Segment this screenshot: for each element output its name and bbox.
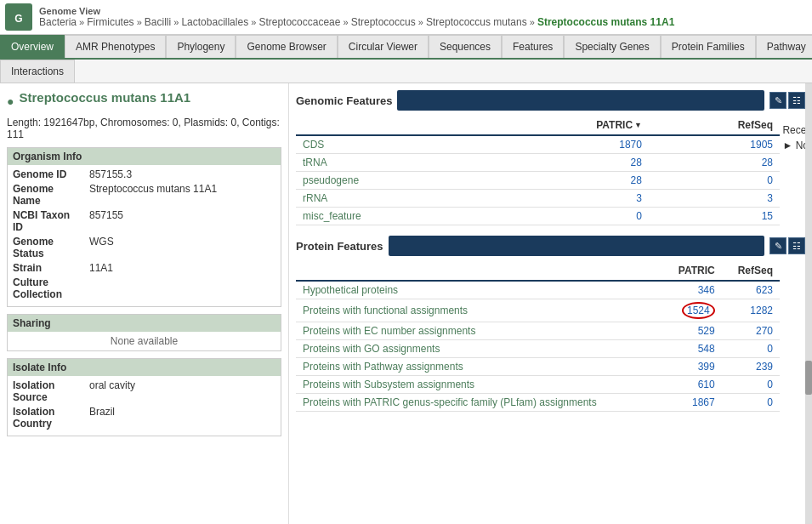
table-icon[interactable]: ☷ [788,92,805,109]
chart-icon[interactable]: ✎ [769,92,786,109]
header-text: Genome View Bacteria » Firmicutes » Baci… [39,6,674,28]
tab-amr-phenotypes[interactable]: AMR Phenotypes [65,35,166,58]
protein-go[interactable]: Proteins with GO assignments [296,340,662,358]
patric-pseudogene[interactable]: 28 [489,172,648,190]
tab-genome-browser[interactable]: Genome Browser [236,35,337,58]
isolate-info-box: Isolate Info IsolationSource oral cavity… [7,358,281,436]
table-row: Proteins with GO assignments 548 0 [296,340,780,358]
refseq-trna[interactable]: 28 [649,154,780,172]
patric-cds[interactable]: 1870 [489,135,648,154]
app-header: G Genome View Bacteria » Firmicutes » Ba… [0,0,812,35]
organism-header: ● Streptococcus mutans 11A1 [7,90,281,111]
tab-overview[interactable]: Overview [0,35,65,58]
refseq-go[interactable]: 0 [722,340,780,358]
genomic-features-bar [397,90,764,111]
col-feature-name [296,116,489,135]
field-ncbi-taxon: NCBI TaxonID 857155 [13,209,275,233]
patric-functional[interactable]: 1524 [662,299,722,322]
protein-plfam[interactable]: Proteins with PATRIC genus-specific fami… [296,394,662,412]
table-row: Hypothetical proteins 346 623 [296,281,780,299]
sort-icon[interactable]: ▼ [634,121,642,129]
field-genome-name: GenomeName Streptococcus mutans 11A1 [13,183,275,207]
protein-ec[interactable]: Proteins with EC number assignments [296,322,662,340]
app-title: Genome View [39,6,674,16]
feature-rrna[interactable]: rRNA [296,190,489,208]
refseq-ec[interactable]: 270 [722,322,780,340]
protein-features-title: Protein Features [296,240,383,253]
refseq-misc[interactable]: 15 [649,208,780,225]
patric-subsystem[interactable]: 610 [662,376,722,394]
refseq-plfam[interactable]: 0 [722,394,780,412]
protein-hypothetical[interactable]: Hypothetical proteins [296,281,662,299]
protein-chart-icon[interactable]: ✎ [769,237,786,254]
value-isolation-source: oral cavity [89,379,135,403]
patric-trna[interactable]: 28 [489,154,648,172]
protein-features-table: PATRIC RefSeq Hypothetical proteins 346 … [296,261,780,412]
breadcrumb-firmicutes[interactable]: Firmicutes [87,16,133,28]
tab-interactions[interactable]: Interactions [0,60,75,83]
col-protein-refseq: RefSeq [722,261,780,281]
feature-misc[interactable]: misc_feature [296,208,489,225]
label-genome-status: GenomeStatus [13,236,89,259]
tab-pathway[interactable]: Pathway [756,35,812,58]
patric-pathway[interactable]: 399 [662,358,722,376]
table-row: Proteins with functional assignments 152… [296,299,780,322]
breadcrumb-current: Streptococcus mutans 11A1 [537,16,674,28]
protein-features-icons: ✎ ☷ [769,237,805,254]
breadcrumb-streptococcus[interactable]: Streptococcus [351,16,416,28]
tab-phylogeny[interactable]: Phylogeny [166,35,236,58]
sharing-content: None available [8,332,281,350]
protein-functional[interactable]: Proteins with functional assignments [296,299,662,322]
organism-info-header: Organism Info [8,148,281,165]
organism-length-info: Length: 1921647bp, Chromosomes: 0, Plasm… [7,117,281,140]
label-genome-id: Genome ID [13,168,89,180]
tab-specialty-genes[interactable]: Specialty Genes [564,35,660,58]
table-row: Proteins with PATRIC genus-specific fami… [296,394,780,412]
refseq-functional[interactable]: 1282 [722,299,780,322]
patric-hypothetical[interactable]: 346 [662,281,722,299]
table-row: rRNA 3 3 [296,190,780,208]
refseq-pathway[interactable]: 239 [722,358,780,376]
breadcrumb-lactobacillales[interactable]: Lactobacillales [181,16,248,28]
table-row: Proteins with EC number assignments 529 … [296,322,780,340]
patric-rrna[interactable]: 3 [489,190,648,208]
patric-ec[interactable]: 529 [662,322,722,340]
tab-circular-viewer[interactable]: Circular Viewer [338,35,429,58]
label-ncbi-taxon: NCBI TaxonID [13,209,89,233]
tab-protein-families[interactable]: Protein Families [661,35,756,58]
patric-plfam[interactable]: 1867 [662,394,722,412]
breadcrumb-bacteria[interactable]: Bacteria [39,16,77,28]
feature-pseudogene[interactable]: pseudogene [296,172,489,190]
genomic-features-title: Genomic Features [296,94,392,107]
breadcrumb-bacilli[interactable]: Bacilli [145,16,171,28]
refseq-cds[interactable]: 1905 [649,135,780,154]
patric-misc[interactable]: 0 [489,208,648,225]
refseq-hypothetical[interactable]: 623 [722,281,780,299]
protein-pathway[interactable]: Proteins with Pathway assignments [296,358,662,376]
app-logo: G [5,3,32,31]
feature-trna[interactable]: tRNA [296,154,489,172]
label-isolation-source: IsolationSource [13,379,89,403]
refseq-rrna[interactable]: 3 [649,190,780,208]
tab-features[interactable]: Features [502,35,564,58]
table-row: misc_feature 0 15 [296,208,780,225]
patric-label: PATRIC [596,119,633,131]
breadcrumb-streptococcus-mutans[interactable]: Streptococcus mutans [426,16,527,28]
feature-cds[interactable]: CDS [296,135,489,154]
breadcrumb-streptococcaceae[interactable]: Streptococcaceae [258,16,340,28]
refseq-subsystem[interactable]: 0 [722,376,780,394]
protein-table-icon[interactable]: ☷ [788,237,805,254]
protein-features-header: Protein Features ✎ ☷ [296,236,805,256]
protein-subsystem[interactable]: Proteins with Subsystem assignments [296,376,662,394]
genomic-features-table: PATRIC ▼ RefSeq CDS 1870 1905 tRNA 28 28 [296,116,780,225]
tab-sequences[interactable]: Sequences [429,35,502,58]
isolate-info-header: Isolate Info [8,359,281,376]
value-ncbi-taxon: 857155 [89,209,123,233]
genomic-features-header: Genomic Features ✎ ☷ [296,90,805,111]
genomic-features-icons: ✎ ☷ [769,92,805,109]
col-refseq: RefSeq [649,116,780,135]
refseq-pseudogene[interactable]: 0 [649,172,780,190]
scrollbar-thumb[interactable] [805,361,812,395]
scrollbar[interactable] [805,83,812,524]
patric-go[interactable]: 548 [662,340,722,358]
